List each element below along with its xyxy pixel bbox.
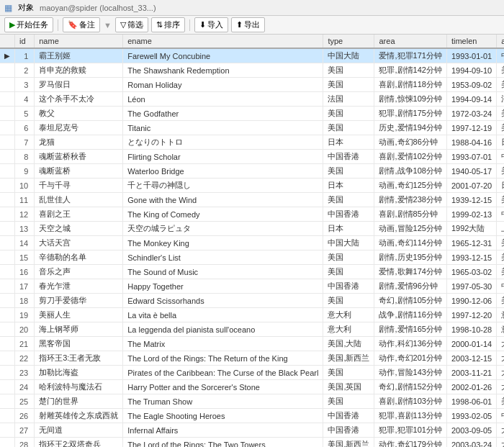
table-row[interactable]: 4这个杀手不太冷Léon法国剧情,惊悚109分钟1994-09-14法国上映 [0, 92, 504, 107]
header-id[interactable]: id [15, 35, 35, 48]
cell-name: 加勒比海盗 [35, 366, 123, 380]
cell-ename: Infernal Affairs [123, 423, 323, 438]
table-row[interactable]: 23加勒比海盗Pirates of the Caribbean: The Cur… [0, 366, 504, 380]
cell-area: 动作,冒险143分钟 [374, 366, 446, 380]
sort-button[interactable]: ⇅ 排序 [151, 17, 185, 32]
sort-icon: ⇅ [156, 20, 163, 30]
cell-name: 楚门的世界 [35, 394, 123, 409]
table-row[interactable]: 3罗马假日Roman Holiday美国喜剧,剧情118分钟1953-09-02… [0, 78, 504, 92]
table-row[interactable]: 24哈利波特与魔法石Harry Potter and the Sorcerer'… [0, 380, 504, 394]
cell-timelen: 1993-07-01 [446, 150, 496, 164]
table-row[interactable]: 2肖申克的救赎The Shawshank Redemption美国犯罪,剧情14… [0, 63, 504, 78]
cell-area: 喜剧,爱情102分钟 [374, 150, 446, 164]
table-row[interactable]: 12喜剧之王The King of Comedy中国香港喜剧,剧情85分钟199… [0, 207, 504, 222]
table-row[interactable]: ▶1霸王别姬Farewell My Concubine中国大陆爱情,犯罪171分… [0, 48, 504, 63]
table-row[interactable]: 18剪刀手爱德华Edward Scissorhands美国奇幻,剧情105分钟1… [0, 294, 504, 308]
table-row[interactable]: 10千与千寻千と千尋の神隠し日本动画,奇幻125分钟2001-07-20日本上映 [0, 179, 504, 193]
table-row[interactable]: 14大话天宫The Monkey King中国大陆动画,奇幻114分钟1965-… [0, 236, 504, 250]
table-row[interactable]: 26射雕英雄传之东成西就The Eagle Shooting Heroes中国香… [0, 409, 504, 423]
table-row[interactable]: 11乱世佳人Gone with the Wind美国剧情,爱情238分钟1939… [0, 193, 504, 207]
cell-ename: Roman Holiday [123, 78, 323, 92]
table-row[interactable]: 5教父The Godfather美国犯罪,剧情175分钟1972-03-24美国… [0, 107, 504, 121]
import-button[interactable]: ⬇ 导入 [194, 17, 228, 32]
cell-type: 美国 [323, 294, 374, 308]
cell-timelen: 2003-12-15 [446, 351, 496, 366]
row-arrow [0, 179, 15, 193]
cell-timelen: 1940-05-17 [446, 164, 496, 179]
cell-addtime: 美国上映 [497, 164, 504, 179]
cell-name: 指环王2:双塔奇兵 [35, 438, 123, 448]
cell-timelen: 1965-12-31 [446, 236, 496, 250]
cell-addtime: 大陆上映 [497, 423, 504, 438]
backup-button[interactable]: 🔖 备注 [63, 17, 100, 32]
cell-ename: Happy Together [123, 279, 323, 294]
cell-id: 18 [15, 294, 35, 308]
cell-id: 10 [15, 179, 35, 193]
cell-timelen: 1997-05-30 [446, 279, 496, 294]
cell-timelen: 1953-09-02 [446, 78, 496, 92]
cell-ename: The Shawshank Redemption [123, 63, 323, 78]
cell-id: 2 [15, 63, 35, 78]
cell-id: 19 [15, 308, 35, 322]
export-icon: ⬆ [236, 20, 243, 30]
header-addtime[interactable]: addtime [497, 35, 504, 48]
cell-area: 喜剧,剧情103分钟 [374, 394, 446, 409]
table-row[interactable]: 27无间道Infernal Affairs中国香港犯罪,犯罪101分钟2003-… [0, 423, 504, 438]
cell-timelen: 1972-03-24 [446, 107, 496, 121]
cell-timelen: 1998-10-28 [446, 322, 496, 337]
cell-area: 奇幻,剧情105分钟 [374, 294, 446, 308]
table-row[interactable]: 15辛德勒的名单Schindler's List美国剧情,历史195分钟1993… [0, 250, 504, 265]
header-name[interactable]: name [35, 35, 123, 48]
start-task-button[interactable]: ▶ 开始任务 [4, 17, 53, 32]
row-arrow [0, 92, 15, 107]
table-row[interactable]: 17春光乍泄Happy Together中国香港剧情,爱情96分钟1997-05… [0, 279, 504, 294]
cell-timelen: 2002-01-26 [446, 380, 496, 394]
table-row[interactable]: 20海上钢琴师La leggenda del pianista sull'oce… [0, 322, 504, 337]
cell-type: 中国大陆 [323, 236, 374, 250]
table-row[interactable]: 6泰坦尼克号Titanic美国历史,爱情194分钟1997-12-19美国上映 [0, 121, 504, 135]
table-row[interactable]: 22指环王3:王者无敌The Lord of the Rings: The Re… [0, 351, 504, 366]
header-area[interactable]: area [374, 35, 446, 48]
cell-area: 爱情,犯罪171分钟 [374, 48, 446, 63]
table-row[interactable]: 19美丽人生La vita è bella意大利战争,剧情116分钟1997-1… [0, 308, 504, 322]
cell-id: 7 [15, 135, 35, 150]
cell-area: 喜剧,剧情85分钟 [374, 207, 446, 222]
filter-button[interactable]: ▽ 筛选 [115, 17, 148, 32]
cell-name: 肖申克的救赎 [35, 63, 123, 78]
cell-addtime: 美国上映 [497, 63, 504, 78]
table-row[interactable]: 9魂断蓝桥Waterloo Bridge美国剧情,战争108分钟1940-05-… [0, 164, 504, 179]
header-type[interactable]: type [323, 35, 374, 48]
cell-addtime: 美国上映 [497, 294, 504, 308]
cell-ename: Farewell My Concubine [123, 48, 323, 63]
table-container[interactable]: id name ename type area timelen addtime … [0, 35, 504, 447]
cell-id: 5 [15, 107, 35, 121]
cell-ename: Pirates of the Caribbean: The Curse of t… [123, 366, 323, 380]
cell-name: 霸王别姬 [35, 48, 123, 63]
cell-name: 这个杀手不太冷 [35, 92, 123, 107]
table-row[interactable]: 28指环王2:双塔奇兵The Lord of the Rings: The Tw… [0, 438, 504, 448]
cell-addtime: 大陆上映 [497, 366, 504, 380]
table-row[interactable]: 13天空之城天空の城ラピュタ日本动画,冒险125分钟1992大陆上映 [0, 222, 504, 236]
cell-id: 12 [15, 207, 35, 222]
toolbar: ▶ 开始任务 🔖 备注 ▼ ▽ 筛选 ⇅ 排序 ⬇ 导入 ⬆ 导出 [0, 16, 504, 35]
header-ename[interactable]: ename [123, 35, 323, 48]
cell-name: 辛德勒的名单 [35, 250, 123, 265]
cell-area: 剧情,战争108分钟 [374, 164, 446, 179]
table-row[interactable]: 8魂断蓝桥秋香Flirting Scholar中国香港喜剧,爱情102分钟199… [0, 150, 504, 164]
table-row[interactable]: 16音乐之声The Sound of Music美国爱情,歌舞174分钟1965… [0, 265, 504, 279]
cell-id: 14 [15, 236, 35, 250]
cell-area: 动画,奇幻86分钟 [374, 135, 446, 150]
table-row[interactable]: 7龙猫となりのトトロ日本动画,奇幻86分钟1988-04-16日本上映 [0, 135, 504, 150]
cell-addtime: 意大利上映 [497, 322, 504, 337]
row-arrow [0, 279, 15, 294]
header-timelen[interactable]: timelen [446, 35, 496, 48]
cell-type: 中国香港 [323, 279, 374, 294]
cell-type: 美国,新西兰 [323, 351, 374, 366]
export-button[interactable]: ⬆ 导出 [231, 17, 265, 32]
row-arrow [0, 222, 15, 236]
cell-timelen: 2003-11-21 [446, 366, 496, 380]
cell-ename: Flirting Scholar [123, 150, 323, 164]
filter-icon: ▽ [120, 20, 126, 30]
table-row[interactable]: 21黑客帝国The Matrix美国,大陆动作,科幻136分钟2000-01-1… [0, 337, 504, 351]
table-row[interactable]: 25楚门的世界The Truman Show美国喜剧,剧情103分钟1998-0… [0, 394, 504, 409]
